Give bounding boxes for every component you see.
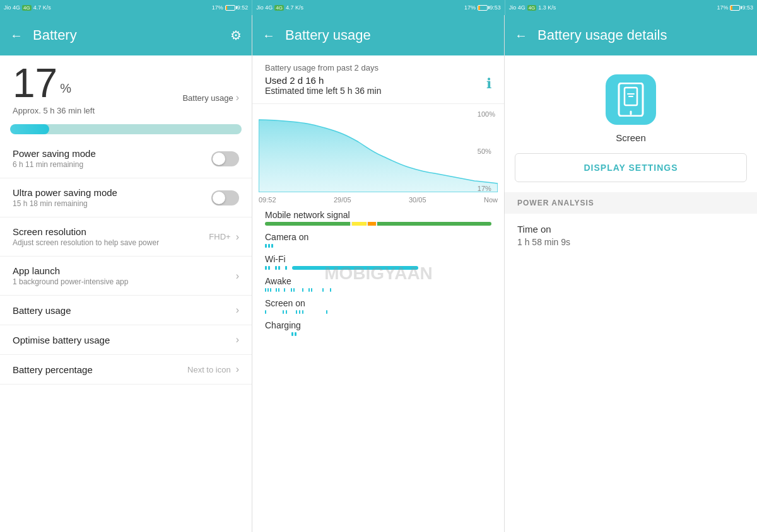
screen-on-label: Screen on: [265, 298, 491, 308]
battery-details-header: ← Battery usage details: [505, 15, 757, 55]
usage-row-wifi: Wi-Fi: [265, 254, 491, 270]
battery-title: Battery: [33, 27, 220, 43]
back-button-3[interactable]: ←: [515, 28, 527, 43]
optimise-title: Optimise battery usage: [13, 335, 236, 345]
optimise-chevron: ›: [236, 334, 239, 345]
ultra-power-subtitle: 15 h 18 min remaining: [13, 199, 211, 208]
battery-bar-fill: [10, 124, 49, 134]
wifi-bar: [265, 266, 491, 270]
screen-app-icon: [606, 74, 656, 125]
x-label-now: Now: [484, 196, 498, 204]
setting-battery-percentage[interactable]: Battery percentage Next to icon ›: [0, 355, 252, 385]
info-icon[interactable]: ℹ: [486, 76, 491, 92]
usage-used: Used 2 d 16 h: [265, 75, 491, 86]
ultra-power-toggle[interactable]: [211, 190, 239, 205]
screen-resolution-value: FHD+: [209, 232, 230, 241]
wifi-label: Wi-Fi: [265, 254, 491, 264]
status-bar-2: Jio 4G 4G 4.7 K/s 17% 9:53: [252, 0, 505, 15]
battery-percent-sign: %: [60, 81, 71, 96]
x-label-29: 29/05: [334, 196, 351, 204]
time-on-label: Time on: [517, 224, 744, 234]
power-saving-toggle[interactable]: [211, 151, 239, 166]
usage-row-signal: Mobile network signal: [265, 210, 491, 226]
awake-bar: [265, 288, 491, 292]
screen-icon-container: Screen: [505, 55, 757, 153]
usage-estimated: Estimated time left 5 h 36 min: [265, 86, 491, 96]
power-analysis-content: Time on 1 h 58 min 9s: [505, 214, 757, 257]
usage-row-camera: Camera on: [265, 232, 491, 248]
charging-label: Charging: [265, 320, 491, 330]
app-launch-subtitle: 1 background power-intensive app: [13, 277, 236, 286]
awake-label: Awake: [265, 276, 491, 286]
settings-list: Power saving mode 6 h 11 min remaining U…: [0, 139, 252, 532]
time-on-value: 1 h 58 min 9s: [517, 237, 744, 247]
power-saving-subtitle: 6 h 11 min remaining: [13, 160, 211, 169]
display-settings-button[interactable]: DISPLAY SETTINGS: [515, 153, 747, 182]
battery-panel: ← Battery ⚙ 17 % Battery usage › Approx.…: [0, 15, 252, 532]
back-button-1[interactable]: ←: [10, 28, 23, 43]
usage-row-charging: Charging: [265, 320, 491, 336]
setting-screen-resolution[interactable]: Screen resolution Adjust screen resoluti…: [0, 217, 252, 257]
screen-resolution-subtitle: Adjust screen resolution to help save po…: [13, 238, 209, 247]
signal-bar: [265, 222, 491, 226]
status-right-1: 17% 9:52: [212, 4, 249, 11]
power-saving-title: Power saving mode: [13, 148, 211, 159]
status-right-2: 17% 9:53: [464, 4, 501, 11]
y-label-100: 100%: [478, 110, 495, 118]
battery-usage-panel: ← Battery usage Battery usage from past …: [252, 15, 505, 532]
status-carrier-3: Jio 4G 4G 1.3 K/s: [509, 4, 556, 11]
status-right-3: 17% 9:53: [717, 4, 753, 11]
y-label-50: 50%: [478, 147, 495, 155]
screen-resolution-title: Screen resolution: [13, 226, 209, 237]
x-label-start: 09:52: [259, 196, 276, 204]
camera-bar: [265, 244, 491, 248]
camera-label: Camera on: [265, 232, 491, 242]
app-launch-chevron: ›: [236, 270, 239, 282]
setting-power-saving[interactable]: Power saving mode 6 h 11 min remaining: [0, 139, 252, 178]
battery-usage-header: ← Battery usage: [252, 15, 504, 55]
chart-y-labels: 100% 50% 17%: [478, 110, 495, 192]
screen-app-label: Screen: [616, 132, 646, 143]
back-button-2[interactable]: ←: [262, 28, 275, 43]
usage-info: Battery usage from past 2 days Used 2 d …: [252, 55, 504, 104]
y-label-17: 17%: [478, 185, 495, 192]
screen-on-bar: [265, 310, 491, 314]
setting-optimise-battery[interactable]: Optimise battery usage ›: [0, 325, 252, 355]
battery-percent: 17: [13, 63, 57, 103]
battery-pct-chevron: ›: [236, 364, 239, 375]
battery-bar: [10, 124, 242, 134]
battery-chart-area: 100% 50% 17%: [252, 104, 504, 195]
chart-x-labels: 09:52 29/05 30/05 Now: [252, 195, 504, 205]
battery-usage-chevron: ›: [236, 304, 239, 316]
status-bars: Jio 4G 4G 4.7 K/s 17% 9:52 Jio 4G 4G 4.7…: [0, 0, 757, 15]
status-carrier-2: Jio 4G 4G 4.7 K/s: [256, 4, 303, 11]
battery-usage-title: Battery usage: [285, 27, 494, 43]
usage-row-awake: Awake: [265, 276, 491, 292]
usage-row-screen-on: Screen on: [265, 298, 491, 314]
usage-chart-section: Mobile network signal Camera on: [252, 205, 504, 347]
ultra-power-title: Ultra power saving mode: [13, 187, 211, 198]
signal-label: Mobile network signal: [265, 210, 491, 220]
x-label-30: 30/05: [409, 196, 426, 204]
battery-usage-details-panel: ← Battery usage details Screen DISPLAY S…: [505, 15, 757, 532]
power-analysis-section: POWER ANALYSIS: [505, 192, 757, 214]
battery-usage-title: Battery usage: [13, 305, 236, 316]
battery-header: ← Battery ⚙: [0, 15, 252, 55]
status-carrier-1: Jio 4G 4G 4.7 K/s: [4, 4, 51, 11]
charging-bar: [265, 332, 491, 336]
status-bar-3: Jio 4G 4G 1.3 K/s 17% 9:53: [505, 0, 757, 15]
battery-pct-value: Next to icon: [187, 365, 231, 374]
setting-app-launch[interactable]: App launch 1 background power-intensive …: [0, 257, 252, 296]
usage-from: Battery usage from past 2 days: [265, 63, 491, 72]
setting-ultra-power[interactable]: Ultra power saving mode 15 h 18 min rema…: [0, 178, 252, 217]
battery-usage-link[interactable]: Battery usage ›: [182, 92, 239, 103]
battery-chart-svg: [259, 110, 498, 192]
battery-pct-title: Battery percentage: [13, 364, 187, 375]
app-launch-title: App launch: [13, 265, 236, 276]
battery-details-title: Battery usage details: [537, 27, 747, 43]
status-bar-1: Jio 4G 4G 4.7 K/s 17% 9:52: [0, 0, 252, 15]
approx-time: Approx. 5 h 36 min left: [0, 106, 252, 119]
setting-battery-usage[interactable]: Battery usage ›: [0, 296, 252, 325]
screen-resolution-chevron: ›: [236, 231, 239, 243]
settings-icon[interactable]: ⚙: [230, 28, 242, 43]
